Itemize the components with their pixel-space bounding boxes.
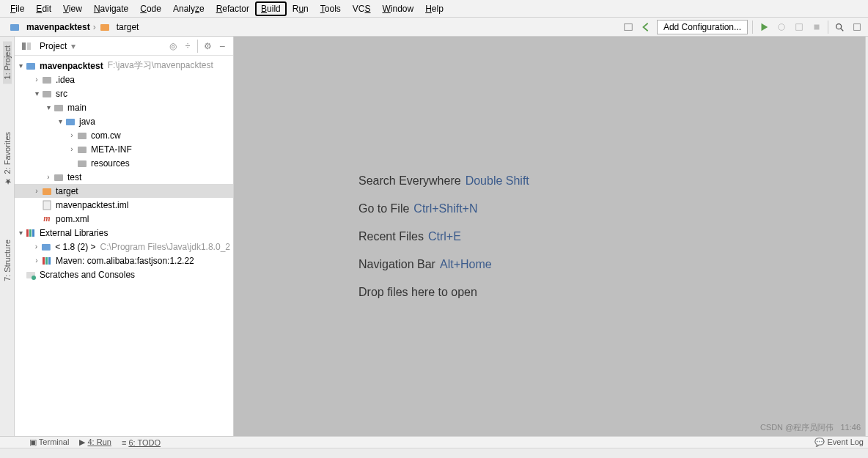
- svg-rect-1: [100, 24, 109, 31]
- tree-idea[interactable]: ›.idea: [15, 73, 233, 86]
- source-folder-icon: [65, 116, 76, 128]
- tab-favorites[interactable]: ★ 2: Favorites: [2, 128, 12, 191]
- add-configuration-button[interactable]: Add Configuration...: [657, 20, 748, 34]
- folder-icon: [41, 88, 53, 100]
- hint-navbar: Navigation BarAlt+Home: [358, 258, 492, 271]
- bottom-eventlog[interactable]: 💬 Event Log: [814, 437, 864, 447]
- tree-main[interactable]: ▾main: [15, 100, 233, 114]
- tree-pom[interactable]: ›mpom.xml: [15, 212, 233, 226]
- svg-rect-24: [32, 229, 34, 237]
- tree-comcw[interactable]: ›com.cw: [15, 128, 233, 142]
- nav-bar: mavenpacktest › target Add Configuration…: [0, 18, 868, 37]
- compass-icon[interactable]: [622, 21, 635, 34]
- breadcrumb[interactable]: mavenpacktest › target: [4, 21, 619, 33]
- tab-structure[interactable]: 7: Structure: [3, 235, 12, 286]
- run-icon[interactable]: [757, 21, 770, 34]
- menu-file[interactable]: File: [4, 2, 30, 15]
- menu-vcs[interactable]: VCS: [347, 2, 377, 15]
- status-bar: [0, 448, 868, 458]
- svg-rect-21: [43, 201, 51, 210]
- tab-project[interactable]: 1: Project: [3, 41, 12, 84]
- jdk-icon: [40, 241, 52, 253]
- right-gutter: [865, 37, 868, 436]
- library-icon: [41, 255, 53, 267]
- tree-jdk[interactable]: ›< 1.8 (2) >C:\Program Files\Java\jdk1.8…: [15, 240, 233, 254]
- menu-view[interactable]: View: [57, 2, 88, 15]
- svg-rect-9: [22, 43, 26, 50]
- tree-java[interactable]: ▾java: [15, 114, 233, 128]
- project-panel: Project ▾ ÷ ▾mavenpacktestF:\java学习\mave…: [15, 37, 234, 436]
- menu-code[interactable]: Code: [134, 2, 167, 15]
- svg-rect-28: [48, 257, 51, 265]
- bottom-terminal[interactable]: ▣ Terminal: [29, 437, 69, 447]
- tree-root[interactable]: ▾mavenpacktestF:\java学习\mavenpacktest: [15, 59, 233, 73]
- svg-rect-23: [29, 229, 32, 237]
- menu-analyze[interactable]: Analyze: [167, 2, 210, 15]
- back-nav-icon[interactable]: [850, 21, 864, 34]
- expand-all-icon[interactable]: ÷: [183, 41, 193, 51]
- breadcrumb-item[interactable]: target: [117, 22, 139, 32]
- coverage-icon[interactable]: [792, 21, 806, 34]
- menu-edit[interactable]: Edit: [30, 2, 57, 15]
- tree-metainf[interactable]: ›META-INF: [15, 142, 233, 156]
- excluded-folder-icon: [41, 185, 53, 197]
- breadcrumb-project[interactable]: mavenpacktest: [26, 22, 90, 32]
- svg-rect-8: [854, 23, 861, 30]
- module-icon: [25, 60, 37, 72]
- svg-line-7: [841, 28, 844, 31]
- editor-empty-state[interactable]: Search EverywhereDouble Shift Go to File…: [234, 37, 865, 436]
- search-icon[interactable]: [833, 21, 846, 34]
- tree-src[interactable]: ▾src: [15, 86, 233, 100]
- hint-drop: Drop files here to open: [358, 286, 477, 299]
- tree-root-label: mavenpacktest: [40, 61, 103, 71]
- svg-rect-14: [54, 105, 63, 111]
- tree-maven-lib[interactable]: ›Maven: com.alibaba:fastjson:1.2.22: [15, 254, 233, 267]
- back-arrow-icon[interactable]: [639, 21, 652, 34]
- tree-resources[interactable]: ›resources: [15, 156, 233, 170]
- svg-rect-17: [78, 147, 87, 153]
- project-panel-title[interactable]: Project: [40, 41, 67, 51]
- tree-root-path: F:\java学习\mavenpacktest: [108, 59, 213, 72]
- menu-tools[interactable]: Tools: [315, 2, 347, 15]
- watermark: CSDN @程序员阿伟 11:46: [760, 422, 861, 433]
- hide-icon[interactable]: [217, 41, 227, 51]
- select-opened-icon[interactable]: [168, 41, 178, 51]
- svg-rect-22: [26, 229, 29, 237]
- debug-icon[interactable]: [775, 21, 788, 34]
- bottom-run[interactable]: ▶ 4: Run: [79, 437, 111, 447]
- stop-icon[interactable]: [810, 21, 823, 34]
- menu-refactor[interactable]: Refactor: [210, 2, 255, 15]
- tree-iml[interactable]: ›mavenpacktest.iml: [15, 198, 233, 212]
- svg-point-30: [32, 276, 36, 280]
- menu-run[interactable]: Run: [287, 2, 315, 15]
- menu-window[interactable]: Window: [376, 2, 419, 15]
- tree-test[interactable]: ›test: [15, 170, 233, 184]
- menu-help[interactable]: Help: [419, 2, 449, 15]
- svg-rect-19: [54, 174, 63, 181]
- gear-icon[interactable]: [202, 41, 213, 51]
- resources-folder-icon: [76, 158, 88, 169]
- hint-search: Search EverywhereDouble Shift: [358, 174, 529, 188]
- bottom-toolbar: ▣ Terminal ▶ 4: Run ≡ 6: TODO 💬 Event Lo…: [0, 436, 868, 448]
- divider: [752, 21, 753, 34]
- tree-scratches[interactable]: ›Scratches and Consoles: [15, 267, 233, 281]
- package-icon: [76, 130, 88, 141]
- dropdown-icon[interactable]: ▾: [71, 41, 76, 51]
- module-icon: [9, 21, 21, 33]
- workspace: 1: Project ★ 2: Favorites 7: Structure P…: [0, 37, 868, 436]
- menu-navigate[interactable]: Navigate: [88, 2, 134, 15]
- project-tree[interactable]: ▾mavenpacktestF:\java学习\mavenpacktest ›.…: [15, 56, 233, 436]
- svg-rect-12: [43, 77, 51, 84]
- bottom-todo[interactable]: ≡ 6: TODO: [122, 438, 161, 447]
- project-panel-header: Project ▾ ÷: [15, 37, 233, 56]
- menu-build[interactable]: Build: [255, 1, 287, 16]
- libraries-icon: [25, 227, 37, 239]
- hint-goto: Go to FileCtrl+Shift+N: [358, 202, 478, 215]
- svg-rect-18: [78, 160, 87, 167]
- svg-point-6: [836, 23, 842, 29]
- folder-icon: [76, 144, 88, 155]
- tree-external[interactable]: ▾External Libraries: [15, 226, 233, 240]
- tree-target[interactable]: ›target: [15, 184, 233, 198]
- svg-rect-20: [43, 188, 51, 195]
- svg-rect-13: [43, 91, 51, 97]
